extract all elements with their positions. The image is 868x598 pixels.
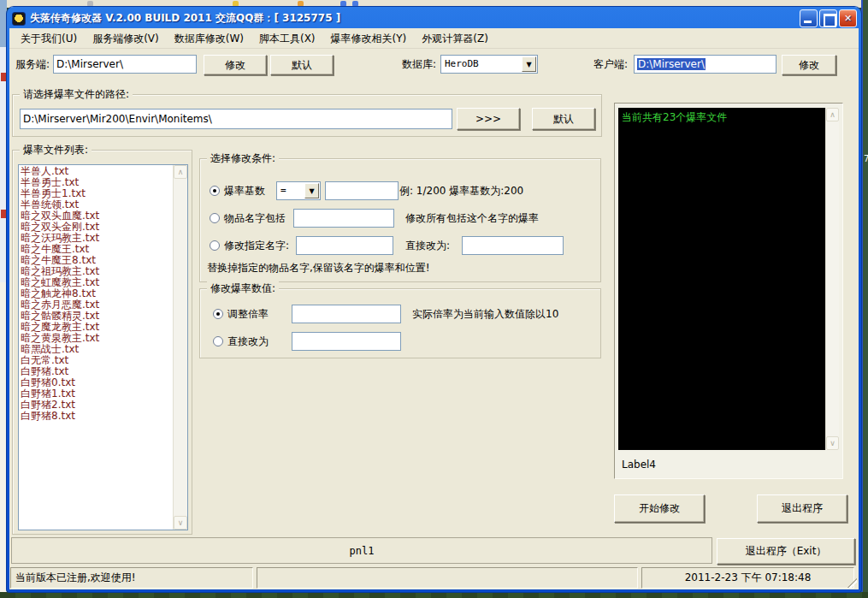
value-caption: 修改爆率数值: [207, 281, 279, 295]
rate-base-radio[interactable] [210, 186, 220, 196]
drop-path-input[interactable] [20, 109, 452, 129]
multiplier-hint: 实际倍率为当前输入数值除以10 [412, 305, 558, 323]
desktop-icon-fragment [298, 1, 304, 7]
file-list-caption: 爆率文件列表: [20, 143, 92, 157]
desktop-text-fragment [1, 73, 6, 81]
menu-item[interactable]: 爆率修改相关(Y) [323, 29, 415, 48]
dropdown-arrow-icon[interactable]: ▼ [304, 183, 319, 198]
desktop: { "background": { "right_fragment": "7" … [0, 0, 868, 598]
scroll-down-icon[interactable]: ∨ [174, 516, 187, 530]
path-groupbox: 请选择爆率文件的路径: >>> 默认 [12, 94, 602, 137]
resize-grip[interactable] [847, 577, 857, 588]
status-registration: 当前版本已注册,欢迎使用! [10, 567, 253, 589]
file-list-items: 半兽人.txt半兽勇士.txt半兽勇士1.txt半兽统领.txt暗之双头血魔.t… [21, 166, 172, 529]
name-contains-hint: 修改所有包括这个名字的爆率 [405, 209, 539, 228]
direct-value-label: 直接改为 [227, 332, 269, 351]
exit-button[interactable]: 退出程序 [757, 494, 847, 523]
direct-value-radio[interactable] [213, 336, 223, 346]
menu-item[interactable]: 数据库修改(W) [167, 29, 251, 48]
desktop-icon-fragment [87, 1, 93, 7]
client-modify-button[interactable]: 修改 [782, 55, 836, 75]
selected-text: D:\Mirserver\ [637, 58, 706, 70]
minimize-button[interactable] [800, 9, 818, 27]
menu-item[interactable]: 关于我们(U) [13, 29, 85, 48]
window-title: 失落传奇修改器 V.2.00 BUILD 2011 交流QQ群：[ 312577… [30, 11, 800, 26]
rename-input[interactable] [296, 236, 393, 255]
status-clock: 2011-2-23 下午 07:18:48 [641, 567, 854, 589]
path-groupbox-caption: 请选择爆率文件的路径: [20, 87, 133, 101]
multiplier-input[interactable] [292, 305, 401, 323]
multiplier-label: 调整倍率 [227, 305, 269, 323]
client-label: 客户端: [593, 55, 628, 74]
browse-button[interactable]: >>> [457, 108, 520, 130]
desktop-icon-fragment [352, 1, 358, 7]
condition-caption: 选择修改条件: [207, 151, 279, 165]
drop-file-listbox[interactable]: 半兽人.txt半兽勇士.txt半兽勇士1.txt半兽统领.txt暗之双头血魔.t… [18, 164, 188, 530]
name-contains-radio[interactable] [210, 213, 220, 223]
rename-radio[interactable] [210, 240, 220, 251]
menu-item[interactable]: 外观计算器(Z) [414, 29, 496, 48]
log-panel: 当前共有23个爆率文件 ∧ ∨ Label4 [614, 103, 843, 479]
scroll-up-icon[interactable]: ∧ [174, 165, 187, 179]
rename-to-label: 直接改为: [405, 236, 450, 255]
name-contains-label: 物品名字包括 [224, 209, 286, 228]
log-scrollbar[interactable]: ∧ ∨ [825, 108, 839, 450]
desktop-icon-fragment [233, 1, 239, 7]
desktop-text-fragment: 7 [864, 154, 868, 163]
desktop-right-sliver: 7 [861, 0, 868, 598]
label4: Label4 [622, 459, 656, 471]
rate-base-label: 爆率基数 [224, 181, 265, 200]
bottom-panel: pnl1 [11, 537, 712, 564]
server-label: 服务端: [15, 55, 50, 74]
database-value: HeroDB [445, 58, 479, 69]
exit-program-button[interactable]: 退出程序（Exit） [717, 538, 855, 565]
menu-item[interactable]: 服务端修改(V) [85, 29, 167, 48]
desktop-grass-wallpaper [0, 592, 868, 598]
rate-base-example: 例: 1/200 爆率基数为:200 [399, 181, 523, 200]
bottom-panel-label: pnl1 [350, 545, 375, 557]
rate-base-input[interactable] [325, 181, 399, 200]
scroll-up-icon[interactable]: ∧ [826, 108, 839, 121]
title-bar: 失落传奇修改器 V.2.00 BUILD 2011 交流QQ群：[ 312577… [9, 9, 859, 28]
dropdown-arrow-icon[interactable]: ▼ [522, 56, 536, 72]
client-path-input[interactable]: D:\Mirserver\ [634, 55, 776, 74]
client-area: 关于我们(U)服务端修改(V)数据库修改(W)脚本工具(X)爆率修改相关(Y)外… [9, 28, 859, 589]
server-modify-button[interactable]: 修改 [204, 55, 267, 75]
multiplier-radio[interactable] [213, 309, 223, 319]
menu-bar: 关于我们(U)服务端修改(V)数据库修改(W)脚本工具(X)爆率修改相关(Y)外… [9, 28, 859, 49]
status-middle [257, 567, 638, 589]
log-console: 当前共有23个爆率文件 [618, 108, 825, 450]
app-icon [12, 12, 26, 26]
menu-item[interactable]: 脚本工具(X) [251, 29, 323, 48]
direct-value-input[interactable] [292, 332, 401, 351]
condition-groupbox: 选择修改条件: 爆率基数 = ▼ 例: 1/200 爆率基数为:200 物品名字… [199, 158, 601, 282]
database-select[interactable]: HeroDB ▼ [440, 55, 538, 74]
value-groupbox: 修改爆率数值: 调整倍率 实际倍率为当前输入数值除以10 直接改为 [199, 288, 601, 358]
desktop-text-fragment [1, 210, 6, 218]
path-default-button[interactable]: 默认 [532, 108, 595, 130]
app-window: 失落传奇修改器 V.2.00 BUILD 2011 交流QQ群：[ 312577… [7, 7, 861, 592]
close-button[interactable]: ✕ [839, 9, 857, 27]
rename-note: 替换掉指定的物品名字,保留该名字的爆率和位置! [207, 258, 430, 277]
server-path-input[interactable] [53, 55, 197, 74]
rename-label: 修改指定名字: [224, 236, 289, 255]
name-contains-input[interactable] [293, 209, 394, 228]
file-list-groupbox: 爆率文件列表: 半兽人.txt半兽勇士.txt半兽勇士1.txt半兽统领.txt… [12, 150, 192, 535]
desktop-left-sliver [0, 0, 7, 598]
desktop-icon-fragment [340, 1, 346, 7]
operator-value: = [280, 185, 286, 196]
operator-select[interactable]: = ▼ [276, 181, 321, 200]
file-list-item[interactable]: 白野猪8.txt [21, 411, 172, 422]
scroll-down-icon[interactable]: ∨ [826, 436, 839, 450]
log-message: 当前共有23个爆率文件 [622, 111, 727, 123]
status-bar: 当前版本已注册,欢迎使用! 2011-2-23 下午 07:18:48 [10, 567, 858, 589]
file-list-scrollbar[interactable]: ∧ ∨ [173, 165, 187, 530]
rename-to-input[interactable] [462, 236, 564, 255]
database-label: 数据库: [402, 55, 436, 74]
start-modify-button[interactable]: 开始修改 [614, 494, 705, 523]
maximize-button[interactable] [819, 9, 837, 27]
server-default-button[interactable]: 默认 [270, 55, 334, 75]
